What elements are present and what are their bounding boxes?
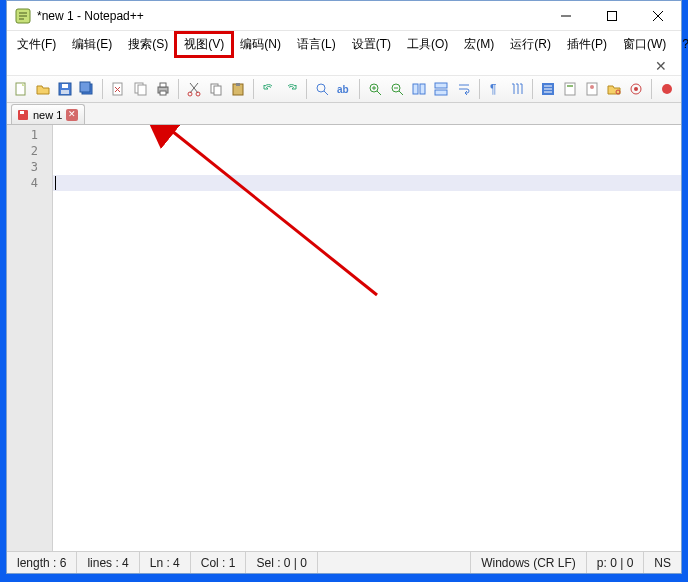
line-number: 4 [7, 175, 52, 191]
menu-bar: 文件(F) 编辑(E) 搜索(S) 视图(V) 编码(N) 语言(L) 设置(T… [7, 31, 681, 57]
func-list-button[interactable] [582, 78, 602, 100]
doc-map-button[interactable] [560, 78, 580, 100]
svg-point-36 [634, 87, 638, 91]
svg-point-20 [317, 84, 325, 92]
caret [55, 176, 56, 190]
svg-text:¶: ¶ [490, 82, 496, 96]
paste-button[interactable] [228, 78, 248, 100]
window-controls [543, 1, 681, 30]
status-eol[interactable]: Windows (CR LF) [471, 552, 587, 573]
indent-guide-button[interactable] [507, 78, 527, 100]
svg-rect-1 [608, 11, 617, 20]
tab-bar: new 1 ✕ [7, 103, 681, 125]
save-all-button[interactable] [77, 78, 97, 100]
window-frame: *new 1 - Notepad++ 文件(F) 编辑(E) 搜索(S) 视图(… [6, 0, 682, 574]
text-editor[interactable] [53, 125, 681, 551]
window-title: *new 1 - Notepad++ [37, 9, 543, 23]
menu-macro[interactable]: 宏(M) [456, 33, 502, 56]
status-col: Col : 1 [191, 552, 247, 573]
svg-rect-25 [420, 84, 425, 94]
save-button[interactable] [55, 78, 75, 100]
maximize-button[interactable] [589, 1, 635, 30]
close-document-x[interactable]: ✕ [7, 57, 681, 75]
zoom-out-button[interactable] [387, 78, 407, 100]
svg-rect-19 [236, 83, 240, 86]
svg-rect-10 [138, 85, 146, 95]
svg-rect-39 [20, 111, 24, 114]
svg-rect-24 [413, 84, 418, 94]
svg-rect-26 [435, 83, 447, 88]
svg-rect-27 [435, 90, 447, 95]
editor-area: 1 2 3 4 [7, 125, 681, 551]
menu-run[interactable]: 运行(R) [502, 33, 559, 56]
close-all-button[interactable] [130, 78, 150, 100]
status-ins[interactable]: NS [644, 552, 681, 573]
replace-button[interactable]: ab [334, 78, 354, 100]
sync-v-button[interactable] [409, 78, 429, 100]
line-number: 2 [7, 143, 52, 159]
menu-view[interactable]: 视图(V) [176, 33, 232, 56]
svg-rect-12 [160, 83, 166, 87]
wordwrap-button[interactable] [454, 78, 474, 100]
open-file-button[interactable] [33, 78, 53, 100]
svg-rect-13 [160, 91, 166, 95]
current-line-highlight [53, 175, 681, 191]
close-file-button[interactable] [108, 78, 128, 100]
undo-button[interactable] [259, 78, 279, 100]
find-button[interactable] [312, 78, 332, 100]
tab-label: new 1 [33, 109, 62, 121]
new-file-button[interactable] [11, 78, 31, 100]
menu-search[interactable]: 搜索(S) [120, 33, 176, 56]
app-icon [15, 8, 31, 24]
record-macro-button[interactable] [657, 78, 677, 100]
menu-plugins[interactable]: 插件(P) [559, 33, 615, 56]
zoom-in-button[interactable] [365, 78, 385, 100]
menu-tools[interactable]: 工具(O) [399, 33, 456, 56]
menu-window[interactable]: 窗口(W) [615, 33, 674, 56]
toolbar: ab ¶ [7, 75, 681, 103]
svg-rect-30 [565, 83, 575, 95]
status-sel: Sel : 0 | 0 [246, 552, 317, 573]
print-button[interactable] [153, 78, 173, 100]
menu-help[interactable]: ? [674, 34, 688, 54]
status-lines: lines : 4 [77, 552, 139, 573]
status-bar: length : 6 lines : 4 Ln : 4 Col : 1 Sel … [7, 551, 681, 573]
status-ln: Ln : 4 [140, 552, 191, 573]
copy-button[interactable] [206, 78, 226, 100]
svg-point-37 [662, 84, 672, 94]
svg-rect-4 [62, 84, 68, 88]
menu-file[interactable]: 文件(F) [9, 33, 64, 56]
svg-rect-7 [80, 82, 90, 92]
redo-button[interactable] [281, 78, 301, 100]
title-bar[interactable]: *new 1 - Notepad++ [7, 1, 681, 31]
monitor-button[interactable] [626, 78, 646, 100]
svg-point-33 [590, 85, 594, 89]
menu-edit[interactable]: 编辑(E) [64, 33, 120, 56]
unsaved-icon [17, 109, 29, 121]
minimize-button[interactable] [543, 1, 589, 30]
folder-view-button[interactable] [604, 78, 624, 100]
close-button[interactable] [635, 1, 681, 30]
svg-text:ab: ab [337, 84, 349, 95]
menu-language[interactable]: 语言(L) [289, 33, 344, 56]
menu-encoding[interactable]: 编码(N) [232, 33, 289, 56]
cut-button[interactable] [184, 78, 204, 100]
status-length: length : 6 [7, 552, 77, 573]
line-number: 1 [7, 127, 52, 143]
svg-rect-5 [61, 90, 69, 94]
sync-h-button[interactable] [431, 78, 451, 100]
menu-settings[interactable]: 设置(T) [344, 33, 399, 56]
line-number: 3 [7, 159, 52, 175]
tab-close-icon[interactable]: ✕ [66, 109, 78, 121]
line-gutter: 1 2 3 4 [7, 125, 53, 551]
lang-user-button[interactable] [538, 78, 558, 100]
show-all-chars-button[interactable]: ¶ [485, 78, 505, 100]
document-tab[interactable]: new 1 ✕ [11, 104, 85, 124]
status-extra: p: 0 | 0 [587, 552, 644, 573]
svg-rect-31 [567, 85, 573, 87]
svg-rect-17 [214, 86, 221, 95]
